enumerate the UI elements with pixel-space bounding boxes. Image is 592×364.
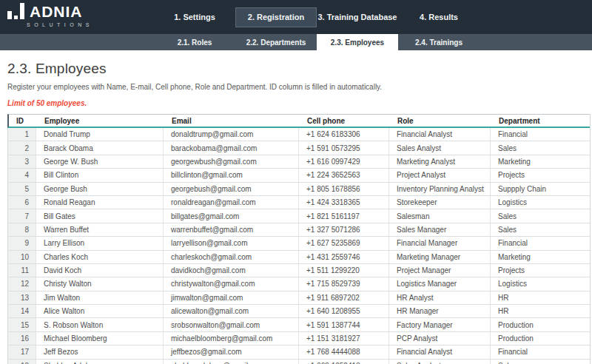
cell-role[interactable]: Salesman: [389, 209, 491, 222]
cell-department[interactable]: Production: [491, 332, 591, 345]
cell-cell-phone[interactable]: +1 805 1678856: [299, 183, 389, 195]
cell-email[interactable]: georgewbush@gmail.com: [164, 155, 299, 168]
cell-department[interactable]: Sales: [491, 223, 591, 236]
cell-employee[interactable]: Sheldon Adelson: [36, 360, 164, 364]
cell-cell-phone[interactable]: +1 627 5235869: [299, 237, 389, 249]
cell-department[interactable]: Marketing: [491, 251, 591, 263]
cell-cell-phone[interactable]: +1 624 6183306: [299, 128, 389, 141]
cell-role[interactable]: Financial Manager: [389, 237, 491, 249]
cell-department[interactable]: Sales: [491, 209, 591, 222]
cell-role[interactable]: Marketing Analyst: [389, 155, 491, 168]
cell-department[interactable]: Financial: [491, 128, 591, 141]
sub-tab-2-1-roles[interactable]: 2.1. Roles: [154, 34, 235, 50]
cell-email[interactable]: srobsonwalton@gmail.com: [164, 318, 299, 331]
cell-email[interactable]: barackobama@gmail.com: [164, 141, 299, 154]
cell-role[interactable]: Factory Manager: [389, 318, 491, 331]
cell-cell-phone[interactable]: +1 431 2559746: [299, 251, 389, 263]
cell-employee[interactable]: Bill Gates: [36, 209, 164, 222]
cell-department[interactable]: Sales: [491, 141, 591, 154]
cell-role[interactable]: HR Analyst: [389, 291, 491, 304]
cell-department[interactable]: Logistics: [491, 196, 591, 209]
cell-department[interactable]: Production: [491, 318, 591, 331]
main-tab-4-results[interactable]: 4. Results: [398, 7, 480, 27]
cell-department[interactable]: HR: [491, 305, 591, 317]
cell-email[interactable]: jeffbezos@gmail.com: [164, 346, 299, 358]
cell-cell-phone[interactable]: +1 224 3652563: [299, 169, 389, 181]
cell-role[interactable]: Sales Analyst: [389, 141, 491, 154]
cell-employee[interactable]: Barack Obama: [36, 141, 164, 154]
cell-cell-phone[interactable]: +1 768 4444088: [299, 346, 389, 358]
cell-employee[interactable]: Bill Clinton: [36, 169, 164, 181]
cell-email[interactable]: georgebush@gmail.com: [164, 183, 299, 195]
cell-employee[interactable]: Warren Buffet: [36, 223, 164, 236]
cell-role[interactable]: HR Manager: [389, 305, 491, 317]
main-tab-3-training-database[interactable]: 3. Training Database: [317, 7, 398, 27]
cell-department[interactable]: Sales: [491, 360, 591, 364]
bar-chart-logo-icon: [7, 4, 24, 20]
cell-role[interactable]: Inventory Planning Analyst: [389, 183, 491, 195]
cell-cell-phone[interactable]: +1 511 1299220: [299, 264, 389, 277]
cell-department[interactable]: Projects: [491, 264, 591, 277]
cell-role[interactable]: Project Analyst: [389, 169, 491, 181]
cell-email[interactable]: sheldonadelson@gmail.com: [164, 360, 299, 364]
cell-role[interactable]: Financial Analyst: [389, 346, 491, 358]
cell-department[interactable]: Logistics: [491, 277, 591, 290]
cell-email[interactable]: charleskoch@gmail.com: [164, 251, 299, 263]
cell-employee[interactable]: Christy Walton: [36, 277, 164, 290]
cell-employee[interactable]: George Bush: [36, 183, 164, 195]
cell-email[interactable]: billgates@gmail.com: [164, 209, 299, 222]
cell-email[interactable]: billclinton@gmail.com: [164, 169, 299, 181]
cell-role[interactable]: PCP Analyst: [389, 332, 491, 345]
cell-cell-phone[interactable]: +1 591 0573295: [299, 141, 389, 154]
table-row: 8Warren Buffetwarrenbuffet@gmail.com+1 3…: [7, 223, 590, 237]
sub-tab-2-2-departments[interactable]: 2.2. Departments: [235, 34, 317, 50]
cell-cell-phone[interactable]: +1 151 3181927: [299, 332, 389, 345]
cell-department[interactable]: Projects: [491, 169, 591, 181]
cell-email[interactable]: ronaldreagan@gmail.com: [164, 196, 299, 209]
cell-email[interactable]: jimwalton@gmail.com: [164, 291, 299, 304]
cell-department[interactable]: Financial: [491, 237, 591, 249]
cell-employee[interactable]: Jeff Bezos: [36, 346, 164, 358]
cell-cell-phone[interactable]: +1 640 1208955: [299, 305, 389, 317]
cell-employee[interactable]: Alice Walton: [36, 305, 164, 317]
cell-email[interactable]: warrenbuffet@gmail.com: [164, 223, 299, 236]
main-tab-1-settings[interactable]: 1. Settings: [154, 7, 235, 27]
cell-cell-phone[interactable]: +1 591 1387744: [299, 318, 389, 331]
cell-employee[interactable]: Donald Trump: [36, 128, 164, 141]
cell-employee[interactable]: Larry Ellison: [36, 237, 164, 249]
cell-cell-phone[interactable]: +1 911 6897202: [299, 291, 389, 304]
cell-cell-phone[interactable]: +1 424 3318365: [299, 196, 389, 209]
cell-employee[interactable]: Charles Koch: [36, 251, 164, 263]
cell-department[interactable]: Financial: [491, 346, 591, 358]
cell-employee[interactable]: George W. Bush: [36, 155, 164, 168]
cell-email[interactable]: michaelbloomberg@gmail.com: [164, 332, 299, 345]
cell-department[interactable]: Suppply Chain: [491, 183, 591, 195]
cell-employee[interactable]: S. Robson Walton: [36, 318, 164, 331]
cell-email[interactable]: donaldtrump@gmail.com: [164, 128, 299, 141]
cell-role[interactable]: Project Manager: [389, 264, 491, 277]
cell-email[interactable]: christywalton@gmail.com: [164, 277, 299, 290]
cell-cell-phone[interactable]: +1 327 5071286: [299, 223, 389, 236]
cell-cell-phone[interactable]: +1 715 8529739: [299, 277, 389, 290]
cell-role[interactable]: Logistics Manager: [389, 277, 491, 290]
sub-tab-2-4-trainings[interactable]: 2.4. Trainings: [398, 34, 480, 50]
cell-role[interactable]: Storekeeper: [389, 196, 491, 209]
cell-email[interactable]: larryellison@gmail.com: [164, 237, 299, 249]
cell-employee[interactable]: Ronald Reagan: [36, 196, 164, 209]
cell-role[interactable]: Sales Manager: [389, 223, 491, 236]
sub-tab-2-3-employees[interactable]: 2.3. Employees: [317, 34, 398, 50]
cell-cell-phone[interactable]: +1 616 0997429: [299, 155, 389, 168]
cell-email[interactable]: davidkoch@gmail.com: [164, 264, 299, 277]
cell-department[interactable]: Marketing: [491, 155, 591, 168]
cell-role[interactable]: Marketing Manager: [389, 251, 491, 263]
cell-role[interactable]: Sales Analyst: [389, 360, 491, 364]
cell-department[interactable]: HR: [491, 291, 591, 304]
cell-employee[interactable]: Michael Bloomberg: [36, 332, 164, 345]
cell-employee[interactable]: Jim Walton: [36, 291, 164, 304]
cell-cell-phone[interactable]: +1 821 5161197: [299, 209, 389, 222]
cell-employee[interactable]: David Koch: [36, 264, 164, 277]
cell-role[interactable]: Financial Analyst: [389, 128, 491, 141]
main-tab-2-registration[interactable]: 2. Registration: [235, 7, 317, 27]
cell-cell-phone[interactable]: +1 969 1052413: [299, 360, 389, 364]
cell-email[interactable]: alicewalton@gmail.com: [164, 305, 299, 317]
